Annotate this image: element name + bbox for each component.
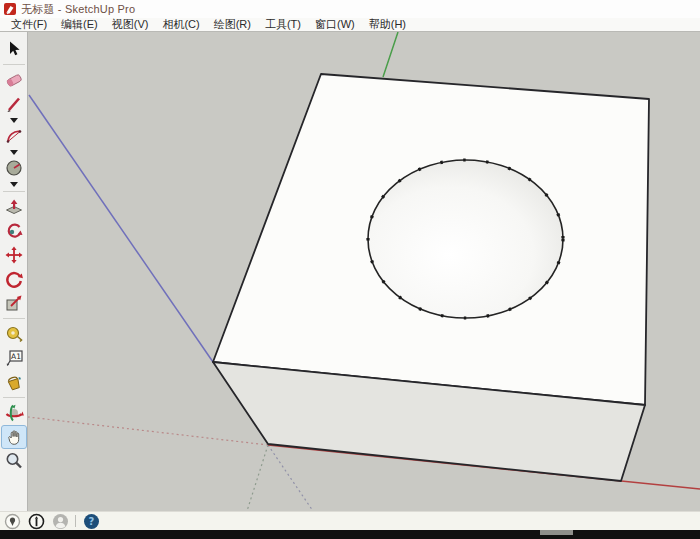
eraser-tool-icon[interactable] bbox=[1, 68, 27, 92]
scale-tool-icon[interactable] bbox=[1, 291, 27, 315]
select-tool-icon[interactable] bbox=[1, 37, 27, 61]
pan-tool-icon[interactable] bbox=[1, 425, 27, 449]
menu-file[interactable]: 文件(F) bbox=[4, 18, 54, 31]
dome[interactable] bbox=[368, 160, 563, 318]
menu-camera[interactable]: 相机(C) bbox=[155, 18, 206, 31]
bottom-strip bbox=[0, 530, 700, 539]
toolbar-separator bbox=[3, 397, 25, 398]
sign-in-icon[interactable] bbox=[50, 513, 70, 530]
help-glyph: ? bbox=[88, 516, 94, 527]
arc-flyout-caret[interactable] bbox=[1, 148, 27, 156]
menu-bar: 文件(F) 编辑(E) 视图(V) 相机(C) 绘图(R) 工具(T) 窗口(W… bbox=[0, 18, 700, 32]
title-bar: 无标题 - SketchUp Pro bbox=[0, 0, 700, 18]
help-icon[interactable]: ? bbox=[81, 513, 101, 530]
blue-axis-negative-dotted bbox=[268, 445, 313, 511]
sketchup-logo-icon bbox=[4, 3, 16, 15]
tool-palette: A1 bbox=[0, 32, 28, 511]
move-tool-icon[interactable] bbox=[1, 243, 27, 267]
red-axis-negative-dotted bbox=[28, 417, 268, 445]
sketchup-window: 无标题 - SketchUp Pro 文件(F) 编辑(E) 视图(V) 相机(… bbox=[0, 0, 700, 539]
circle-flyout-caret[interactable] bbox=[1, 180, 27, 188]
zoom-tool-icon[interactable] bbox=[1, 449, 27, 473]
menu-edit[interactable]: 编辑(E) bbox=[54, 18, 105, 31]
text-tool-glyph: A1 bbox=[11, 352, 21, 361]
status-bar: ? bbox=[0, 511, 700, 530]
strip-notch bbox=[540, 530, 573, 535]
line-flyout-caret[interactable] bbox=[1, 116, 27, 124]
rotate-tool-icon[interactable] bbox=[1, 267, 27, 291]
menu-help[interactable]: 帮助(H) bbox=[362, 18, 413, 31]
circle-tool-icon[interactable] bbox=[1, 156, 27, 180]
blue-axis bbox=[29, 95, 213, 362]
arc-tool-icon[interactable] bbox=[1, 124, 27, 148]
statusbar-separator bbox=[75, 515, 76, 527]
menu-draw[interactable]: 绘图(R) bbox=[207, 18, 258, 31]
push-pull-tool-icon[interactable] bbox=[1, 195, 27, 219]
geolocation-icon[interactable] bbox=[2, 513, 22, 530]
text-tool-icon[interactable]: A1 bbox=[1, 346, 27, 370]
paint-bucket-tool-icon[interactable] bbox=[1, 370, 27, 394]
toolbar-separator bbox=[3, 318, 25, 319]
follow-me-tool-icon[interactable] bbox=[1, 219, 27, 243]
modeling-viewport[interactable] bbox=[28, 32, 700, 511]
menu-view[interactable]: 视图(V) bbox=[105, 18, 156, 31]
window-title: 无标题 - SketchUp Pro bbox=[21, 2, 135, 17]
tape-measure-tool-icon[interactable] bbox=[1, 322, 27, 346]
green-axis-negative-dotted bbox=[247, 445, 268, 511]
claim-credit-icon[interactable] bbox=[26, 513, 46, 530]
toolbar-separator bbox=[3, 64, 25, 65]
menu-tools[interactable]: 工具(T) bbox=[258, 18, 308, 31]
line-tool-icon[interactable] bbox=[1, 92, 27, 116]
menu-window[interactable]: 窗口(W) bbox=[308, 18, 362, 31]
toolbar-separator bbox=[3, 191, 25, 192]
green-axis bbox=[383, 32, 398, 77]
model-canvas bbox=[28, 32, 700, 511]
orbit-tool-icon[interactable] bbox=[1, 401, 27, 425]
